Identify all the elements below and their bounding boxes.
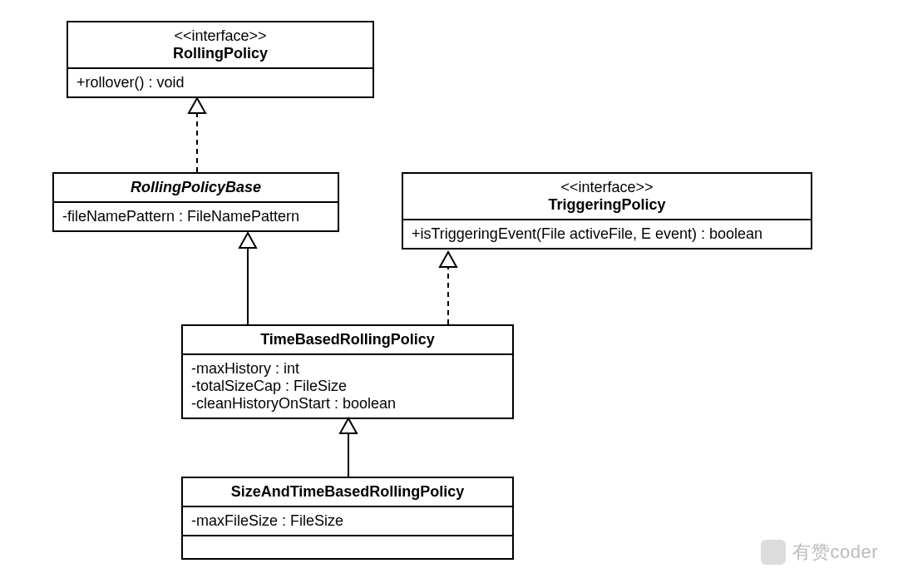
- uml-class-members: +isTriggeringEvent(File activeFile, E ev…: [403, 220, 811, 248]
- uml-class-time-based-rolling-policy: TimeBasedRollingPolicy -maxHistory : int…: [181, 324, 514, 419]
- uml-class-header: SizeAndTimeBasedRollingPolicy: [183, 478, 512, 507]
- uml-class-name: RollingPolicyBase: [62, 179, 329, 196]
- uml-class-name: RollingPolicy: [76, 45, 364, 62]
- uml-arrowhead-icon: [340, 418, 357, 433]
- uml-member: +isTriggeringEvent(File activeFile, E ev…: [412, 225, 802, 243]
- uml-class-size-and-time-based-rolling-policy: SizeAndTimeBasedRollingPolicy -maxFileSi…: [181, 477, 514, 560]
- uml-member: -maxHistory : int: [191, 360, 504, 378]
- uml-arrowhead-icon: [239, 233, 256, 248]
- uml-member: -cleanHistoryOnStart : boolean: [191, 395, 504, 413]
- uml-class-header: <<interface>> TriggeringPolicy: [403, 174, 811, 220]
- uml-stereotype: <<interface>>: [412, 179, 802, 196]
- uml-class-name: SizeAndTimeBasedRollingPolicy: [191, 483, 504, 501]
- uml-class-name: TriggeringPolicy: [412, 196, 802, 214]
- uml-member: -fileNamePattern : FileNamePattern: [62, 208, 329, 225]
- uml-class-members: -maxHistory : int -totalSizeCap : FileSi…: [183, 355, 512, 418]
- uml-class-rolling-policy-base: RollingPolicyBase -fileNamePattern : Fil…: [52, 172, 339, 232]
- uml-member: -totalSizeCap : FileSize: [191, 378, 504, 395]
- watermark-icon: [761, 540, 786, 565]
- uml-empty-compartment: [183, 535, 512, 558]
- uml-member: +rollover() : void: [76, 74, 364, 91]
- uml-arrowhead-icon: [189, 98, 205, 113]
- uml-class-members: -maxFileSize : FileSize: [183, 507, 512, 535]
- uml-interface-triggering-policy: <<interface>> TriggeringPolicy +isTrigge…: [402, 172, 812, 250]
- uml-class-members: +rollover() : void: [68, 69, 373, 96]
- uml-member: -maxFileSize : FileSize: [191, 512, 504, 530]
- uml-class-name: TimeBasedRollingPolicy: [191, 331, 504, 348]
- uml-arrowhead-icon: [440, 252, 456, 267]
- watermark-text: 有赞coder: [792, 540, 878, 565]
- uml-class-header: TimeBasedRollingPolicy: [183, 326, 512, 355]
- uml-class-members: -fileNamePattern : FileNamePattern: [54, 203, 338, 230]
- uml-class-header: <<interface>> RollingPolicy: [68, 22, 373, 69]
- uml-class-header: RollingPolicyBase: [54, 174, 338, 203]
- uml-interface-rolling-policy: <<interface>> RollingPolicy +rollover() …: [67, 21, 374, 98]
- uml-stereotype: <<interface>>: [76, 27, 364, 45]
- watermark: 有赞coder: [761, 540, 878, 565]
